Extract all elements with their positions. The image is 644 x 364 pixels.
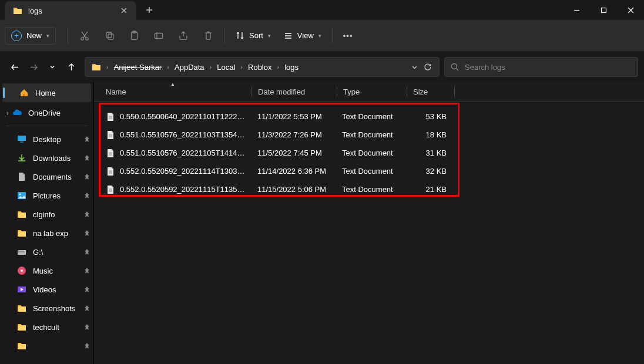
sidebar-item-label: Music xyxy=(33,267,53,275)
view-icon xyxy=(284,31,293,40)
pin-icon xyxy=(84,174,90,180)
new-button[interactable]: + New ▾ xyxy=(5,27,56,45)
toolbar-divider xyxy=(224,28,225,43)
sidebar-item[interactable]: Pictures xyxy=(0,186,93,205)
cut-button[interactable] xyxy=(73,24,96,48)
navigation-sidebar: Home › OneDrive Desktop Downloads Docume… xyxy=(0,82,94,364)
breadcrumb-segment[interactable]: AppData xyxy=(172,61,207,73)
sidebar-divider xyxy=(6,126,88,126)
breadcrumb-segment[interactable]: Roblox xyxy=(245,61,274,73)
chevron-right-icon[interactable]: › xyxy=(166,63,170,70)
share-button[interactable] xyxy=(172,24,195,48)
new-button-label: New xyxy=(26,31,42,40)
sidebar-item[interactable]: Documents xyxy=(0,167,93,186)
breadcrumb-root[interactable] xyxy=(89,60,104,73)
chevron-right-icon[interactable]: › xyxy=(209,63,213,70)
svg-rect-4 xyxy=(108,34,113,39)
folder-icon xyxy=(92,62,101,72)
sidebar-home[interactable]: Home xyxy=(2,83,91,102)
new-tab-button[interactable] xyxy=(136,0,162,20)
sort-button[interactable]: Sort ▾ xyxy=(230,28,277,43)
pin-icon xyxy=(84,230,90,236)
sort-icon xyxy=(236,31,244,40)
sidebar-item[interactable]: na lab exp xyxy=(0,224,93,242)
forward-button[interactable] xyxy=(25,58,42,76)
recent-locations-button[interactable] xyxy=(43,58,61,76)
folder-icon xyxy=(16,228,27,238)
breadcrumb-segment[interactable]: Anijeet Sarkar xyxy=(111,61,165,73)
up-button[interactable] xyxy=(62,58,80,76)
search-box[interactable] xyxy=(444,57,638,77)
tab-logs[interactable]: logs xyxy=(5,1,136,20)
plus-circle-icon: + xyxy=(11,31,22,41)
sidebar-onedrive[interactable]: › OneDrive xyxy=(0,103,93,122)
column-header-type[interactable]: Type xyxy=(337,82,407,101)
text-document-icon xyxy=(106,167,115,176)
folder-icon xyxy=(16,322,27,332)
text-document-icon xyxy=(106,149,115,158)
sidebar-item-label: Pictures xyxy=(33,191,61,200)
sidebar-item[interactable]: G:\ xyxy=(0,242,93,261)
sidebar-item[interactable]: Music xyxy=(0,261,93,280)
folder-icon xyxy=(16,209,27,220)
refresh-button[interactable] xyxy=(424,63,432,71)
sidebar-item[interactable] xyxy=(0,336,93,355)
svg-rect-7 xyxy=(155,33,163,38)
file-date: 11/5/2022 7:45 PM xyxy=(251,149,336,157)
rename-button[interactable] xyxy=(147,24,170,48)
sidebar-item[interactable]: Videos xyxy=(0,280,93,299)
copy-button[interactable] xyxy=(98,24,121,48)
chevron-right-icon[interactable]: › xyxy=(239,63,244,70)
sidebar-item[interactable]: techcult xyxy=(0,318,93,336)
close-button[interactable] xyxy=(617,0,644,20)
pin-icon xyxy=(84,136,90,142)
file-type: Text Document xyxy=(336,112,405,121)
file-row[interactable]: 0.552.0.5520592_20221115T113559Z_Playe..… xyxy=(94,180,644,198)
sidebar-item[interactable]: Downloads xyxy=(0,149,93,167)
chevron-down-icon: ▾ xyxy=(318,33,321,39)
column-header-name[interactable]: Name ▲ xyxy=(94,82,251,101)
file-size: 18 KB xyxy=(405,130,452,139)
maximize-button[interactable] xyxy=(590,0,617,20)
text-document-icon xyxy=(106,185,115,194)
file-name: 0.552.0.5520592_20221115T113559Z_Playe..… xyxy=(120,185,246,194)
chevron-right-icon[interactable]: › xyxy=(276,63,280,70)
file-row[interactable]: 0.551.0.5510576_20221103T135436Z_Playe..… xyxy=(94,126,644,144)
sidebar-item[interactable]: clginfo xyxy=(0,205,93,224)
column-header-date[interactable]: Date modified xyxy=(252,82,337,101)
file-row[interactable]: 0.550.0.5500640_20221101T122237Z_Playe..… xyxy=(94,107,644,126)
column-header-size[interactable]: Size xyxy=(407,82,454,101)
chevron-right-icon[interactable]: › xyxy=(105,63,110,70)
downloads-icon xyxy=(16,153,27,163)
view-button[interactable]: View ▾ xyxy=(278,28,327,43)
chevron-right-icon[interactable]: › xyxy=(4,110,12,116)
breadcrumb-segment[interactable]: Local xyxy=(214,61,238,73)
address-dropdown-button[interactable] xyxy=(411,64,418,70)
delete-button[interactable] xyxy=(196,24,220,48)
sidebar-item[interactable]: Screenshots xyxy=(0,299,93,318)
chevron-down-icon: ▾ xyxy=(46,33,49,39)
file-type: Text Document xyxy=(336,167,405,176)
pictures-icon xyxy=(16,190,27,201)
file-row[interactable]: 0.551.0.5510576_20221105T141412Z_Playe..… xyxy=(94,144,644,162)
paste-button[interactable] xyxy=(122,24,146,48)
search-input[interactable] xyxy=(465,63,632,72)
back-button[interactable] xyxy=(6,58,24,76)
sidebar-item[interactable]: Desktop xyxy=(0,130,93,149)
breadcrumb-segment[interactable]: logs xyxy=(281,61,301,73)
svg-rect-9 xyxy=(18,136,26,141)
address-bar[interactable]: › Anijeet Sarkar › AppData › Local › Rob… xyxy=(85,57,440,77)
file-row[interactable]: 0.552.0.5520592_20221114T130348Z_Playe..… xyxy=(94,162,644,180)
minimize-button[interactable] xyxy=(563,0,590,20)
file-date: 11/3/2022 7:26 PM xyxy=(251,130,336,139)
file-name: 0.550.0.5500640_20221101T122237Z_Playe..… xyxy=(120,112,246,121)
sort-ascending-icon: ▲ xyxy=(170,82,175,87)
sidebar-item-label: Documents xyxy=(33,173,72,181)
tab-close-button[interactable] xyxy=(118,4,130,17)
search-icon xyxy=(451,63,459,71)
svg-point-16 xyxy=(21,269,23,272)
more-button[interactable]: ••• xyxy=(337,28,359,43)
documents-icon xyxy=(16,171,27,182)
file-name: 0.552.0.5520592_20221114T130348Z_Playe..… xyxy=(120,167,246,176)
folder-icon xyxy=(16,341,27,351)
